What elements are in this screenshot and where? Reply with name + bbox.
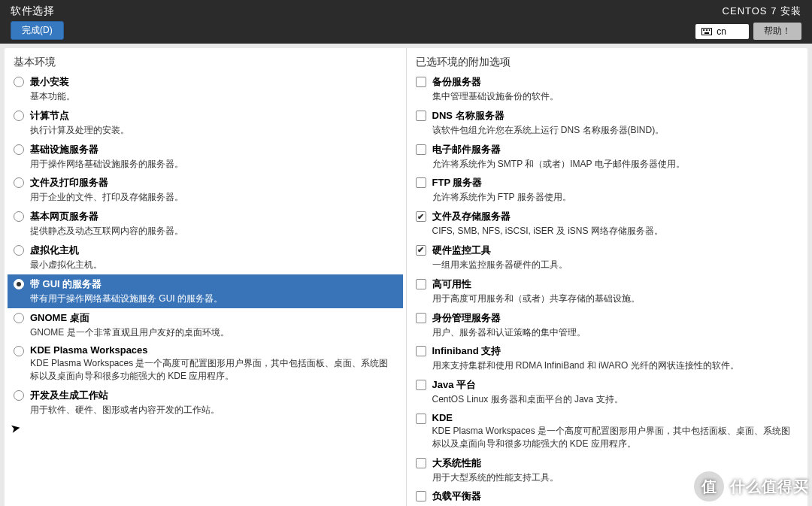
lang-help-group: cn 帮助！ xyxy=(695,23,801,40)
option-title: KDE Plasma Workspaces xyxy=(30,344,397,356)
radio-icon[interactable] xyxy=(14,77,24,87)
option-title: 大系统性能 xyxy=(432,456,559,470)
option-title: 高可用性 xyxy=(432,277,640,291)
addon-option[interactable]: 文件及存储服务器CIFS, SMB, NFS, iSCSI, iSER 及 iS… xyxy=(410,207,805,241)
addons-panel: 已选环境的附加选项 备份服务器集中管理基础设施备份的软件。DNS 名称服务器该软… xyxy=(407,48,808,506)
checkbox-icon[interactable] xyxy=(416,77,426,87)
addons-title: 已选环境的附加选项 xyxy=(407,48,808,72)
option-title: FTP 服务器 xyxy=(432,176,571,189)
radio-icon[interactable] xyxy=(14,390,24,401)
page-title: 软件选择 xyxy=(11,5,64,18)
option-title: 基础设施服务器 xyxy=(30,143,183,156)
option-description: 执行计算及处理的安装。 xyxy=(30,124,129,137)
environment-option[interactable]: 开发及生成工作站用于软件、硬件、图形或者内容开发的工作站。 xyxy=(8,386,403,420)
option-description: 最小虚拟化主机。 xyxy=(30,259,102,271)
keyboard-layout-code: cn xyxy=(717,26,726,37)
option-description: KDE Plasma Workspaces 是一个高度可配置图形用户界面，其中包… xyxy=(432,425,799,450)
option-title: 负载平衡器 xyxy=(432,489,541,503)
radio-icon[interactable] xyxy=(14,177,24,188)
checkbox-icon[interactable] xyxy=(416,279,426,289)
top-left: 软件选择 完成(D) xyxy=(11,5,64,40)
option-title: GNOME 桌面 xyxy=(30,311,229,325)
addon-option[interactable]: 电子邮件服务器允许将系统作为 SMTP 和（或者）IMAP 电子邮件服务器使用。 xyxy=(410,140,805,174)
base-environment-list[interactable]: 最小安装基本功能。计算节点执行计算及处理的安装。基础设施服务器用于操作网络基础设… xyxy=(5,72,406,506)
option-title: 基本网页服务器 xyxy=(30,210,183,223)
checkbox-icon[interactable] xyxy=(416,245,426,256)
environment-option[interactable]: GNOME 桌面GNOME 是一个非常直观且用户友好的桌面环境。 xyxy=(8,308,403,342)
addon-option[interactable]: 身份管理服务器用户、服务器和认证策略的集中管理。 xyxy=(410,308,805,342)
addon-option[interactable]: Infiniband 支持用来支持集群和使用 RDMA InfiniBand 和… xyxy=(410,341,805,375)
radio-icon[interactable] xyxy=(14,211,24,222)
checkbox-icon[interactable] xyxy=(416,111,426,121)
option-description: 基本功能。 xyxy=(30,90,75,103)
option-title: 计算节点 xyxy=(30,109,129,123)
checkbox-icon[interactable] xyxy=(416,458,426,468)
radio-icon[interactable] xyxy=(14,245,24,256)
option-description: 带有用于操作网络基础设施服务 GUI 的服务器。 xyxy=(30,292,223,305)
option-description: 提供静态及动态互联网内容的服务器。 xyxy=(30,225,183,238)
option-title: 电子邮件服务器 xyxy=(432,143,685,156)
radio-icon[interactable] xyxy=(14,144,24,155)
radio-icon[interactable] xyxy=(14,279,24,289)
option-title: 文件及存储服务器 xyxy=(432,210,663,223)
option-description: 一组用来监控服务器硬件的工具。 xyxy=(432,259,568,271)
option-title: 带 GUI 的服务器 xyxy=(30,277,223,291)
environment-option[interactable]: 计算节点执行计算及处理的安装。 xyxy=(8,106,403,140)
addon-option[interactable]: 负载平衡器网络流量的负载平衡支持。 xyxy=(410,486,805,506)
radio-icon[interactable] xyxy=(14,346,24,356)
addon-option[interactable]: DNS 名称服务器该软件包组允许您在系统上运行 DNS 名称服务器(BIND)。 xyxy=(410,106,805,140)
checkbox-icon[interactable] xyxy=(416,144,426,155)
base-environment-panel: 基本环境 最小安装基本功能。计算节点执行计算及处理的安装。基础设施服务器用于操作… xyxy=(5,48,407,506)
option-title: Java 平台 xyxy=(432,378,623,392)
option-title: DNS 名称服务器 xyxy=(432,109,665,123)
top-bar: 软件选择 完成(D) CENTOS 7 安装 cn 帮助！ xyxy=(0,0,812,44)
option-description: CentOS Linux 服务器和桌面平台的 Java 支持。 xyxy=(432,393,623,406)
addon-option[interactable]: 备份服务器集中管理基础设施备份的软件。 xyxy=(410,72,805,106)
environment-option[interactable]: 基础设施服务器用于操作网络基础设施服务的服务器。 xyxy=(8,140,403,174)
option-title: 文件及打印服务器 xyxy=(30,176,183,189)
checkbox-icon[interactable] xyxy=(416,346,426,356)
addon-option[interactable]: 高可用性用于高度可用服务和（或者）共享存储的基础设施。 xyxy=(410,274,805,308)
option-title: 虚拟化主机 xyxy=(30,244,102,257)
radio-icon[interactable] xyxy=(14,111,24,121)
option-description: 用于企业的文件、打印及存储服务器。 xyxy=(30,191,183,204)
option-description: 用于软件、硬件、图形或者内容开发的工作站。 xyxy=(30,404,220,417)
addon-option[interactable]: KDEKDE Plasma Workspaces 是一个高度可配置图形用户界面，… xyxy=(410,409,805,453)
environment-option[interactable]: 带 GUI 的服务器带有用于操作网络基础设施服务 GUI 的服务器。 xyxy=(8,274,403,308)
option-description: KDE Plasma Workspaces 是一个高度可配置图形用户界面，其中包… xyxy=(30,357,397,383)
keyboard-layout-indicator[interactable]: cn xyxy=(695,24,749,39)
option-description: 用来支持集群和使用 RDMA InfiniBand 和 iWARO 光纤的网状连… xyxy=(432,359,739,372)
keyboard-icon xyxy=(701,28,712,35)
checkbox-icon[interactable] xyxy=(416,414,426,424)
environment-option[interactable]: 虚拟化主机最小虚拟化主机。 xyxy=(8,241,403,274)
option-title: Infiniband 支持 xyxy=(432,344,739,358)
addon-option[interactable]: 硬件监控工具一组用来监控服务器硬件的工具。 xyxy=(410,241,805,274)
option-description: 允许将系统作为 SMTP 和（或者）IMAP 电子邮件服务器使用。 xyxy=(432,158,685,171)
content-area: 基本环境 最小安装基本功能。计算节点执行计算及处理的安装。基础设施服务器用于操作… xyxy=(5,48,807,506)
environment-option[interactable]: 文件及打印服务器用于企业的文件、打印及存储服务器。 xyxy=(8,173,403,207)
checkbox-icon[interactable] xyxy=(416,491,426,501)
radio-icon[interactable] xyxy=(14,313,24,323)
addon-option[interactable]: 大系统性能用于大型系统的性能支持工具。 xyxy=(410,453,805,487)
option-title: 身份管理服务器 xyxy=(432,311,586,325)
option-description: GNOME 是一个非常直观且用户友好的桌面环境。 xyxy=(30,326,229,339)
option-title: 最小安装 xyxy=(30,75,75,89)
addon-option[interactable]: FTP 服务器允许将系统作为 FTP 服务器使用。 xyxy=(410,173,805,207)
checkbox-icon[interactable] xyxy=(416,177,426,188)
option-description: 用于操作网络基础设施服务的服务器。 xyxy=(30,158,183,171)
option-description: 用户、服务器和认证策略的集中管理。 xyxy=(432,326,586,339)
installer-title: CENTOS 7 安装 xyxy=(723,5,801,18)
option-description: 集中管理基础设施备份的软件。 xyxy=(432,90,559,103)
checkbox-icon[interactable] xyxy=(416,380,426,390)
environment-option[interactable]: KDE Plasma WorkspacesKDE Plasma Workspac… xyxy=(8,341,403,386)
checkbox-icon[interactable] xyxy=(416,211,426,222)
environment-option[interactable]: 基本网页服务器提供静态及动态互联网内容的服务器。 xyxy=(8,207,403,241)
addons-list[interactable]: 备份服务器集中管理基础设施备份的软件。DNS 名称服务器该软件包组允许您在系统上… xyxy=(407,72,808,506)
option-description: 该软件包组允许您在系统上运行 DNS 名称服务器(BIND)。 xyxy=(432,124,665,137)
done-button[interactable]: 完成(D) xyxy=(11,21,64,40)
help-button[interactable]: 帮助！ xyxy=(753,23,801,40)
option-description: 用于高度可用服务和（或者）共享存储的基础设施。 xyxy=(432,292,640,305)
checkbox-icon[interactable] xyxy=(416,313,426,323)
environment-option[interactable]: 最小安装基本功能。 xyxy=(8,72,403,106)
addon-option[interactable]: Java 平台CentOS Linux 服务器和桌面平台的 Java 支持。 xyxy=(410,375,805,409)
